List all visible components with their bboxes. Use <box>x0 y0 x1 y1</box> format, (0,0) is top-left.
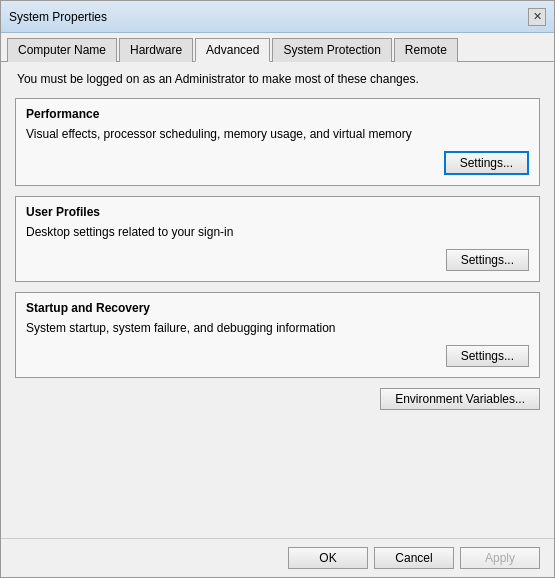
user-profiles-settings-button[interactable]: Settings... <box>446 249 529 271</box>
content-area: You must be logged on as an Administrato… <box>1 62 554 538</box>
performance-title: Performance <box>26 107 529 121</box>
performance-desc: Visual effects, processor scheduling, me… <box>26 127 529 141</box>
startup-recovery-title: Startup and Recovery <box>26 301 529 315</box>
cancel-button[interactable]: Cancel <box>374 547 454 569</box>
user-profiles-desc: Desktop settings related to your sign-in <box>26 225 529 239</box>
performance-settings-button[interactable]: Settings... <box>444 151 529 175</box>
startup-recovery-settings-button[interactable]: Settings... <box>446 345 529 367</box>
ok-button[interactable]: OK <box>288 547 368 569</box>
startup-recovery-section: Startup and Recovery System startup, sys… <box>15 292 540 378</box>
apply-button[interactable]: Apply <box>460 547 540 569</box>
tab-hardware[interactable]: Hardware <box>119 38 193 62</box>
tab-bar: Computer Name Hardware Advanced System P… <box>1 33 554 62</box>
environment-variables-button[interactable]: Environment Variables... <box>380 388 540 410</box>
tab-computer-name[interactable]: Computer Name <box>7 38 117 62</box>
title-bar: System Properties ✕ <box>1 1 554 33</box>
close-button[interactable]: ✕ <box>528 8 546 26</box>
tab-system-protection[interactable]: System Protection <box>272 38 391 62</box>
startup-recovery-desc: System startup, system failure, and debu… <box>26 321 529 335</box>
tab-advanced[interactable]: Advanced <box>195 38 270 62</box>
window-title: System Properties <box>9 10 107 24</box>
tab-remote[interactable]: Remote <box>394 38 458 62</box>
startup-recovery-btn-row: Settings... <box>26 345 529 367</box>
user-profiles-section: User Profiles Desktop settings related t… <box>15 196 540 282</box>
bottom-bar: OK Cancel Apply <box>1 538 554 577</box>
user-profiles-title: User Profiles <box>26 205 529 219</box>
user-profiles-btn-row: Settings... <box>26 249 529 271</box>
performance-btn-row: Settings... <box>26 151 529 175</box>
system-properties-window: System Properties ✕ Computer Name Hardwa… <box>0 0 555 578</box>
env-btn-row: Environment Variables... <box>15 388 540 410</box>
performance-section: Performance Visual effects, processor sc… <box>15 98 540 186</box>
admin-notice: You must be logged on as an Administrato… <box>15 72 540 86</box>
